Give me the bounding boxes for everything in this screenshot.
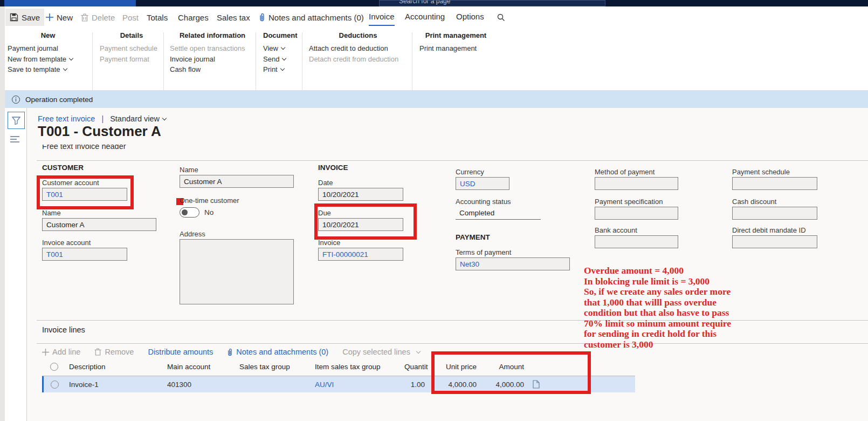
payment-schedule-field[interactable] xyxy=(732,177,817,190)
page-search-box[interactable]: 〉 Search for a page xyxy=(379,0,605,6)
col-sales-tax-group[interactable]: Sales tax group xyxy=(236,363,312,371)
chevron-down-icon xyxy=(63,66,67,71)
cash-discount-label: Cash discount xyxy=(732,198,776,206)
plus-icon xyxy=(46,13,53,21)
date-label: Date xyxy=(318,179,333,187)
direct-debit-mandate-id-label: Direct debit mandate ID xyxy=(732,226,806,234)
section-divider xyxy=(37,160,868,161)
tab-accounting[interactable]: Accounting xyxy=(405,10,445,27)
invoice-account-label: Invoice account xyxy=(42,239,91,247)
row-select-radio[interactable] xyxy=(51,381,59,389)
name-label: Name xyxy=(180,166,198,174)
ribbon: New Payment journal New from template Sa… xyxy=(0,27,868,91)
notes-attachments-button[interactable]: Notes and attachments (0) xyxy=(259,9,364,26)
chevron-down-icon xyxy=(416,349,421,353)
breadcrumb-link[interactable]: Free text invoice xyxy=(38,114,95,123)
remove-button[interactable]: Remove xyxy=(94,348,134,356)
date-field[interactable]: 10/20/2021 xyxy=(318,188,403,201)
tab-options[interactable]: Options xyxy=(456,10,484,27)
breadcrumb: Free text invoice | Standard view xyxy=(38,114,166,123)
ribbon-search-icon[interactable] xyxy=(497,9,505,26)
page-search-placeholder: Search for a page xyxy=(399,0,605,5)
page-title: T001 - Customer A xyxy=(38,123,161,140)
terms-of-payment-field[interactable]: Net30 xyxy=(456,257,570,270)
tab-invoice[interactable]: Invoice xyxy=(369,10,395,26)
left-gutter xyxy=(0,6,5,421)
name-field[interactable]: Customer A xyxy=(180,175,294,188)
cash-discount-field[interactable] xyxy=(732,207,817,220)
active-module-button[interactable] xyxy=(4,0,136,6)
col-quantity[interactable]: Quantity xyxy=(401,363,428,371)
invoice-lines-title: Invoice lines xyxy=(42,325,85,334)
invoice-lines-toolbar: Add line Remove Distribute amounts Notes… xyxy=(42,346,434,358)
totals-button[interactable]: Totals xyxy=(147,9,168,26)
payment-schedule-label: Payment schedule xyxy=(732,168,790,176)
cell-description[interactable]: Invoice-1 xyxy=(66,381,164,389)
save-icon xyxy=(10,13,18,22)
currency-field[interactable]: USD xyxy=(456,177,509,190)
left-tool-rail xyxy=(5,108,27,421)
address-textarea[interactable] xyxy=(180,239,294,304)
accounting-status-value: Completed xyxy=(456,207,541,220)
view-button[interactable]: View xyxy=(263,43,297,54)
payment-schedule-button[interactable]: Payment schedule xyxy=(100,43,163,54)
filter-button[interactable] xyxy=(8,112,25,129)
copy-selected-lines-button[interactable]: Copy selected lines xyxy=(342,348,420,356)
sales-tax-button[interactable]: Sales tax xyxy=(217,9,250,26)
ribbon-group-new: New Payment journal New from template Sa… xyxy=(8,31,88,75)
send-button[interactable]: Send xyxy=(263,54,297,65)
col-item-sales-tax-group[interactable]: Item sales tax group xyxy=(312,363,401,371)
settle-open-transactions-button[interactable]: Settle open transactions xyxy=(170,43,255,54)
trash-icon xyxy=(94,348,101,356)
info-icon xyxy=(12,96,20,104)
one-time-customer-label: One-time customer xyxy=(180,196,239,205)
payment-format-button[interactable]: Payment format xyxy=(100,54,163,65)
add-line-button[interactable]: Add line xyxy=(42,348,80,356)
distribute-amounts-button[interactable]: Distribute amounts xyxy=(148,348,213,356)
currency-label: Currency xyxy=(456,168,484,176)
delete-button[interactable]: Delete xyxy=(81,9,115,26)
cash-flow-button[interactable]: Cash flow xyxy=(170,64,255,75)
paperclip-icon xyxy=(227,348,233,356)
ribbon-separator xyxy=(302,32,302,97)
ribbon-separator xyxy=(163,32,164,97)
trash-icon xyxy=(81,13,88,22)
method-of-payment-field[interactable] xyxy=(595,177,678,190)
bank-account-field[interactable] xyxy=(595,235,678,248)
new-from-template-button[interactable]: New from template xyxy=(8,54,88,65)
ribbon-separator xyxy=(256,32,256,97)
cell-item-sales-tax-group[interactable]: AU/VI xyxy=(312,381,401,389)
save-button[interactable]: Save xyxy=(5,9,44,26)
print-management-button[interactable]: Print management xyxy=(419,43,492,54)
payment-specification-label: Payment specification xyxy=(595,198,663,206)
invoice-number-field[interactable]: FTI-00000021 xyxy=(318,248,403,261)
plus-icon xyxy=(42,349,49,356)
customer-name-field[interactable]: Customer A xyxy=(42,218,156,231)
invoice-journal-button[interactable]: Invoice journal xyxy=(170,54,255,65)
invoice-account-field[interactable]: T001 xyxy=(42,248,127,261)
red-highlight-due-date xyxy=(314,203,417,240)
top-navigation-bar: 〉 Search for a page xyxy=(0,0,868,6)
chevron-down-icon xyxy=(162,116,167,120)
payment-journal-button[interactable]: Payment journal xyxy=(8,43,88,54)
task-list-icon[interactable] xyxy=(10,136,21,144)
direct-debit-mandate-id-field[interactable] xyxy=(732,235,817,248)
view-selector[interactable]: Standard view xyxy=(110,114,166,123)
cell-main-account[interactable]: 401300 xyxy=(164,381,236,389)
charges-button[interactable]: Charges xyxy=(178,9,209,26)
print-button[interactable]: Print xyxy=(263,64,297,75)
paperclip-icon xyxy=(259,13,265,22)
payment-specification-field[interactable] xyxy=(595,207,678,220)
ribbon-separator xyxy=(92,32,93,97)
col-main-account[interactable]: Main account xyxy=(164,363,236,371)
detach-credit-from-deduction-button[interactable]: Detach credit from deduction xyxy=(309,54,407,65)
save-to-template-button[interactable]: Save to template xyxy=(8,64,88,75)
attach-credit-to-deduction-button[interactable]: Attach credit to deduction xyxy=(309,43,407,54)
cell-quantity[interactable]: 1.00 xyxy=(401,381,428,389)
post-button[interactable]: Post xyxy=(122,9,139,26)
select-all-radio[interactable] xyxy=(50,363,58,371)
new-button[interactable]: New xyxy=(46,9,73,26)
col-description[interactable]: Description xyxy=(66,363,164,371)
lines-notes-attachments-button[interactable]: Notes and attachments (0) xyxy=(227,348,328,356)
one-time-customer-toggle[interactable] xyxy=(180,207,199,218)
